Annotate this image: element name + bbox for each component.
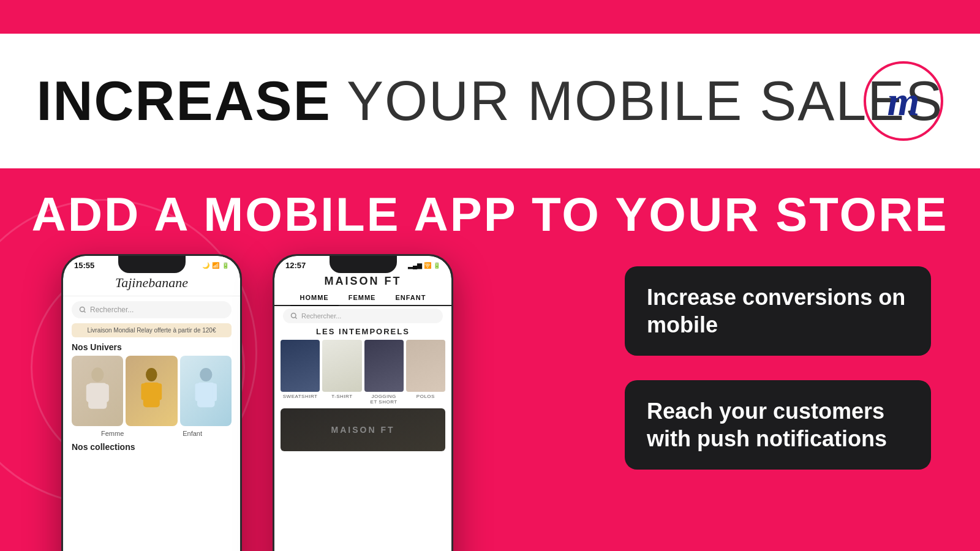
main-section: ADD A MOBILE APP TO YOUR STORE 15:55 🌙 📶… [0, 168, 980, 551]
person-silhouette-2 [126, 356, 177, 426]
phone-2-category-sweatshirt: SWEATSHIRT [281, 340, 320, 405]
phone-2-category-jogging: JOGGINGET SHORT [364, 340, 404, 405]
wifi-icon: 🛜 [424, 262, 431, 269]
phone-2-category-img-ts [322, 340, 361, 392]
phone-1-search[interactable]: Rechercher... [72, 301, 232, 318]
phone-1-notch [118, 256, 186, 273]
search-icon [290, 312, 298, 320]
phone-1-section2-title: Nos collections [63, 440, 240, 454]
phone-1-grid-item-2 [126, 356, 177, 426]
moon-icon: 🌙 [202, 262, 209, 269]
top-banner [0, 0, 980, 34]
phone-1-time: 15:55 [74, 261, 94, 270]
phone-2: 12:57 ▂▄▆ 🛜 🔋 MAISON FT HOMME FEMME ENFA… [273, 254, 453, 551]
svg-line-1 [84, 311, 85, 312]
svg-rect-8 [141, 383, 146, 400]
phone-1-search-placeholder: Rechercher... [90, 305, 134, 314]
phone-2-category-tshirt: T-SHIRT [322, 340, 361, 405]
phone-2-screen: 12:57 ▂▄▆ 🛜 🔋 MAISON FT HOMME FEMME ENFA… [274, 256, 451, 551]
phone-1-section-title: Nos Univers [63, 342, 240, 356]
phones-container: 15:55 🌙 📶 🔋 Tajinebanane Rechercher... L… [61, 254, 453, 551]
person-silhouette-3 [180, 356, 232, 426]
header-title: INCREASE YOUR MOBILE SALES [37, 70, 944, 133]
svg-point-2 [91, 367, 104, 382]
svg-rect-13 [212, 383, 217, 401]
header-title-normal: YOUR MOBILE SALES [331, 70, 944, 132]
svg-point-14 [292, 313, 296, 318]
feature-box-2-text: Reach your customers with push notificat… [647, 397, 909, 452]
phone-2-search[interactable]: Rechercher... [283, 309, 443, 323]
signal-icon: ▂▄▆ [408, 262, 422, 269]
phone-1: 15:55 🌙 📶 🔋 Tajinebanane Rechercher... L… [61, 254, 242, 551]
phone-2-time: 12:57 [285, 261, 306, 270]
svg-rect-12 [195, 383, 200, 401]
battery-icon: 🔋 [222, 262, 229, 269]
phone-1-label-femme: Femme [101, 430, 124, 437]
phone-2-category-img-sw [281, 340, 320, 392]
logo-letter: m [888, 80, 920, 122]
phone-1-label-enfant: Enfant [183, 430, 202, 437]
phone-2-category-label-jo: JOGGINGET SHORT [371, 394, 398, 405]
svg-rect-9 [157, 383, 162, 400]
header-bar: INCREASE YOUR MOBILE SALES m [0, 34, 980, 168]
phone-2-categories-grid: SWEATSHIRT T-SHIRT JOGGINGET SHORT POLOS [274, 340, 451, 405]
wifi-icon: 📶 [212, 262, 219, 269]
phone-2-category-label-po: POLOS [417, 394, 435, 399]
svg-rect-4 [86, 384, 91, 402]
feature-box-1: Increase conversions on mobile [625, 266, 931, 356]
svg-line-15 [295, 317, 296, 318]
phone-2-category-polos: POLOS [406, 340, 445, 405]
phone-2-nav-femme[interactable]: FEMME [339, 290, 386, 306]
search-icon [79, 306, 86, 313]
logo-circle: m [864, 61, 943, 141]
svg-rect-11 [197, 382, 214, 407]
phone-2-category-label-sw: SWEATSHIRT [283, 394, 318, 399]
phone-1-grid-item-1 [72, 356, 123, 426]
phone-1-grid-item-3 [180, 356, 232, 426]
feature-box-1-text: Increase conversions on mobile [647, 283, 909, 339]
phone-2-category-label-ts: T-SHIRT [331, 394, 352, 399]
person-silhouette-1 [72, 356, 123, 426]
phone-1-grid-labels: Femme Enfant [63, 426, 240, 440]
phone-2-category-img-po [406, 340, 445, 392]
phone-1-status-icons: 🌙 📶 🔋 [202, 262, 229, 269]
svg-point-10 [200, 368, 212, 381]
phone-2-bottom-product: MAISON FT [281, 408, 445, 451]
phone-2-nav: HOMME FEMME ENFANT [274, 290, 451, 306]
phone-2-nav-homme[interactable]: HOMME [290, 290, 339, 306]
phone-2-brand: MAISON FT [274, 271, 451, 290]
header-title-bold: INCREASE [37, 70, 331, 132]
subtitle: ADD A MOBILE APP TO YOUR STORE [0, 187, 980, 242]
phone-2-section-title: LES INTEMPORELS [274, 327, 451, 340]
phone-2-status-icons: ▂▄▆ 🛜 🔋 [408, 262, 440, 269]
svg-point-6 [146, 368, 157, 381]
svg-point-0 [80, 307, 85, 312]
phone-2-notch [330, 256, 397, 273]
phone-1-promo-banner: Livraison Mondial Relay offerte à partir… [72, 323, 232, 337]
svg-rect-5 [104, 384, 108, 402]
battery-icon: 🔋 [433, 262, 440, 269]
phone-2-nav-enfant[interactable]: ENFANT [385, 290, 435, 306]
phone-1-screen: 15:55 🌙 📶 🔋 Tajinebanane Rechercher... L… [63, 256, 240, 551]
phone-2-search-placeholder: Rechercher... [301, 312, 341, 320]
features-container: Increase conversions on mobile Reach you… [625, 266, 931, 470]
phone-1-grid [63, 356, 240, 426]
phone-1-brand: Tajinebanane [63, 271, 240, 296]
phone-2-category-img-jo [364, 340, 404, 392]
phone-2-bottom-text: MAISON FT [331, 425, 395, 435]
feature-box-2: Reach your customers with push notificat… [625, 380, 931, 470]
